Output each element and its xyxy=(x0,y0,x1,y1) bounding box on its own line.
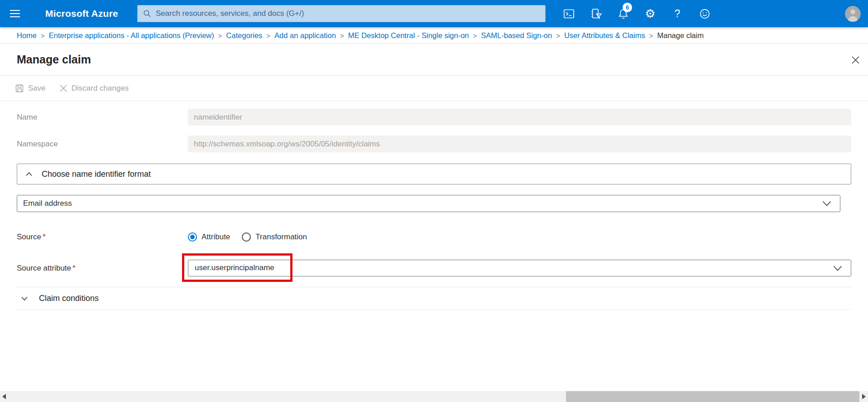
breadcrumb-user-attributes-claims[interactable]: User Attributes & Claims xyxy=(564,31,645,40)
directory-filter-icon[interactable] xyxy=(582,0,609,27)
cloud-shell-icon[interactable] xyxy=(555,0,582,27)
claim-conditions-label: Claim conditions xyxy=(39,294,99,303)
breadcrumb-me-desktop-central-sso[interactable]: ME Desktop Central - Single sign-on xyxy=(348,31,469,40)
chevron-up-icon xyxy=(25,171,33,177)
save-label: Save xyxy=(28,84,46,93)
help-icon[interactable]: ? xyxy=(664,0,691,27)
name-label: Name xyxy=(17,113,188,122)
discard-x-icon xyxy=(59,84,67,92)
source-attribute-combobox[interactable]: user.userprincipalname xyxy=(188,260,851,276)
brand-title: Microsoft Azure xyxy=(45,8,118,19)
chevron-down-icon xyxy=(20,295,29,302)
search-input[interactable] xyxy=(156,9,540,18)
choose-name-identifier-format-label: Choose name identifier format xyxy=(42,170,151,179)
discard-changes-label: Discard changes xyxy=(72,84,129,93)
namespace-input: http://schemas.xmlsoap.org/ws/2005/05/id… xyxy=(188,136,851,152)
source-radio-group: Attribute Transformation xyxy=(188,232,307,242)
global-search[interactable] xyxy=(137,5,546,22)
settings-gear-icon[interactable]: ⚙ xyxy=(637,0,664,27)
save-button[interactable]: Save xyxy=(15,84,46,93)
source-option-attribute[interactable]: Attribute xyxy=(188,232,230,242)
required-asterisk: * xyxy=(72,264,76,272)
scroll-left-arrow[interactable] xyxy=(2,394,6,399)
source-label: Source* xyxy=(17,232,188,242)
radio-selected-icon xyxy=(188,232,197,242)
source-option-transformation[interactable]: Transformation xyxy=(242,232,307,242)
command-bar: Save Discard changes xyxy=(0,76,868,101)
breadcrumb-add-an-application[interactable]: Add an application xyxy=(274,31,336,40)
divider xyxy=(17,310,851,310)
page-title: Manage claim xyxy=(17,53,91,66)
feedback-smiley-icon[interactable] xyxy=(691,0,718,27)
radio-unselected-icon xyxy=(242,232,251,242)
notifications-bell-icon[interactable]: 6 xyxy=(609,0,637,27)
name-input: nameidentifier xyxy=(188,109,851,126)
account-avatar[interactable] xyxy=(845,6,861,22)
scrollbar-thumb[interactable] xyxy=(566,391,859,402)
close-icon[interactable] xyxy=(850,54,861,65)
azure-top-bar: Microsoft Azure 6 xyxy=(0,0,868,27)
source-attribute-value: user.userprincipalname xyxy=(195,263,274,272)
chevron-down-icon xyxy=(833,266,842,271)
hamburger-menu-icon[interactable] xyxy=(0,0,30,27)
breadcrumb: Home > Enterprise applications - All app… xyxy=(0,27,868,44)
namespace-label: Namespace xyxy=(17,140,188,149)
breadcrumb-categories[interactable]: Categories xyxy=(226,31,263,40)
scroll-right-arrow[interactable] xyxy=(862,394,866,399)
manage-claim-form: Name nameidentifier Namespace http://sch… xyxy=(0,109,868,310)
source-attribute-label: Source attribute* xyxy=(17,264,188,273)
breadcrumb-home[interactable]: Home xyxy=(17,31,37,40)
claim-conditions-section[interactable]: Claim conditions xyxy=(17,287,851,310)
notification-count-badge: 6 xyxy=(623,3,632,12)
search-icon xyxy=(143,10,151,18)
required-asterisk: * xyxy=(43,232,46,241)
choose-name-identifier-format-section[interactable]: Choose name identifier format xyxy=(17,164,851,184)
chevron-down-icon xyxy=(822,201,831,207)
discard-changes-button[interactable]: Discard changes xyxy=(59,84,129,93)
horizontal-scrollbar[interactable] xyxy=(0,391,868,402)
save-icon xyxy=(15,84,24,93)
breadcrumb-manage-claim-current: Manage claim xyxy=(657,31,704,40)
breadcrumb-saml-based-sign-on[interactable]: SAML-based Sign-on xyxy=(481,31,552,40)
breadcrumb-enterprise-applications[interactable]: Enterprise applications - All applicatio… xyxy=(49,31,214,40)
name-identifier-format-dropdown[interactable]: Email address xyxy=(17,195,840,212)
name-identifier-format-selected: Email address xyxy=(23,199,72,208)
blade-header: Manage claim xyxy=(0,44,868,76)
